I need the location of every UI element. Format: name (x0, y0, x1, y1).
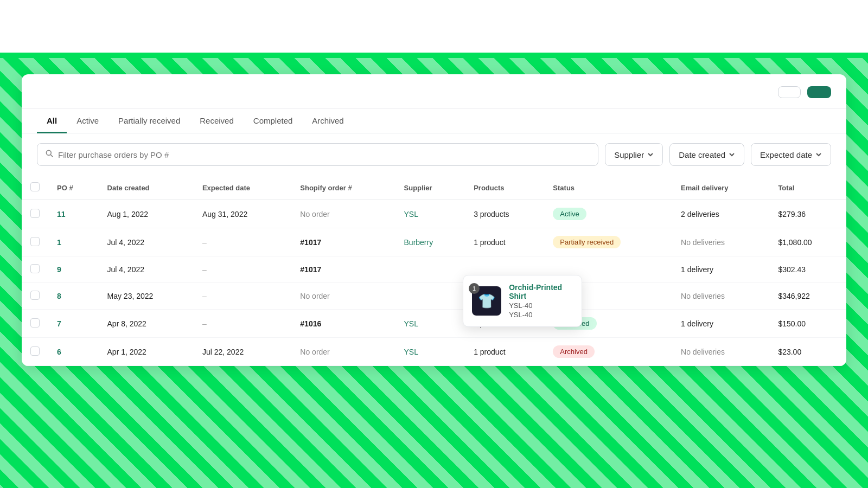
tab-partially-received[interactable]: Partially received (108, 108, 190, 133)
tooltip-sku1: YSL-40 (509, 301, 573, 310)
expected-date-filter-label: Expected date (760, 150, 812, 159)
status-badge: Archived (553, 345, 595, 358)
supplier-link[interactable]: Burberry (404, 238, 433, 247)
search-icon (45, 149, 54, 160)
table-row: 7Apr 8, 2022–#1016YSL1 productReceived1 … (22, 310, 846, 338)
main-card: All Active Partially received Received C… (22, 74, 846, 366)
shopify-order-cell: #1017 (291, 228, 395, 256)
tab-active[interactable]: Active (67, 108, 108, 133)
supplier-cell: YSL (395, 310, 465, 338)
status-cell: Partially received (544, 228, 672, 256)
col-po: PO # (48, 176, 99, 200)
col-date-created: Date created (99, 176, 194, 200)
col-expected-date: Expected date (194, 176, 291, 200)
row-checkbox[interactable] (30, 346, 40, 356)
total-cell: $1,080.00 (769, 228, 846, 256)
expected-date-cell: Jul 22, 2022 (194, 338, 291, 366)
supplier-link[interactable]: YSL (404, 210, 418, 219)
select-all-header (22, 176, 48, 200)
chevron-down-icon (729, 151, 735, 158)
table-row: 6Apr 1, 2022Jul 22, 2022No orderYSL1 pro… (22, 338, 846, 366)
products-cell: 1 product (465, 228, 544, 256)
expected-date-cell: – (194, 310, 291, 338)
supplier-cell (395, 283, 465, 310)
row-checkbox[interactable] (30, 318, 40, 328)
chevron-down-icon (647, 151, 654, 158)
search-input[interactable] (58, 150, 590, 159)
supplier-filter-button[interactable]: Supplier (605, 143, 663, 166)
total-cell: $150.00 (769, 310, 846, 338)
shopify-order-cell: No order (291, 200, 395, 228)
status-badge: Active (553, 208, 586, 220)
expected-date-filter-button[interactable]: Expected date (751, 143, 831, 166)
export-button[interactable] (778, 86, 801, 98)
total-cell: $23.00 (769, 338, 846, 366)
green-divider (0, 53, 868, 58)
hero-section (0, 0, 868, 53)
orders-table: PO # Date created Expected date Shopify … (22, 176, 846, 366)
svg-line-1 (50, 155, 53, 157)
supplier-link[interactable]: YSL (404, 319, 418, 328)
add-purchase-order-button[interactable] (807, 86, 831, 98)
col-status: Status (544, 176, 672, 200)
select-all-checkbox[interactable] (30, 182, 40, 191)
col-email-delivery: Email delivery (672, 176, 769, 200)
header-actions (778, 86, 831, 98)
supplier-filter-label: Supplier (614, 150, 644, 159)
expected-date-cell: – (194, 228, 291, 256)
date-created-cell: Apr 1, 2022 (99, 338, 194, 366)
po-link[interactable]: 8 (57, 292, 61, 300)
tab-received[interactable]: Received (190, 108, 244, 133)
status-cell: Archived (544, 338, 672, 366)
col-supplier: Supplier (395, 176, 465, 200)
row-checkbox[interactable] (30, 209, 40, 218)
total-cell: $302.43 (769, 256, 846, 283)
date-created-cell: Jul 4, 2022 (99, 228, 194, 256)
table-row: 8May 23, 2022–No orderNo deliveries$346,… (22, 283, 846, 310)
po-link[interactable]: 9 (57, 265, 61, 274)
date-created-filter-button[interactable]: Date created (669, 143, 744, 166)
stripe-background: All Active Partially received Received C… (0, 58, 868, 488)
po-link[interactable]: 1 (57, 238, 61, 247)
expected-date-cell: – (194, 256, 291, 283)
shopify-order-cell: No order (291, 283, 395, 310)
search-wrapper (37, 143, 598, 166)
status-badge: Partially received (553, 236, 621, 248)
tab-archived[interactable]: Archived (302, 108, 353, 133)
tab-all[interactable]: All (37, 108, 67, 133)
col-products: Products (465, 176, 544, 200)
date-created-cell: Apr 8, 2022 (99, 310, 194, 338)
supplier-cell: YSL (395, 200, 465, 228)
total-cell: $279.36 (769, 200, 846, 228)
po-link[interactable]: 7 (57, 319, 61, 328)
tab-completed[interactable]: Completed (244, 108, 303, 133)
email-delivery-cell: No deliveries (672, 228, 769, 256)
row-checkbox[interactable] (30, 264, 40, 273)
supplier-cell (395, 256, 465, 283)
po-link[interactable]: 11 (57, 210, 66, 219)
orders-table-wrapper: PO # Date created Expected date Shopify … (22, 176, 846, 366)
tooltip-sku2: YSL-40 (509, 311, 573, 319)
table-row: 9Jul 4, 2022–#1017 👕 1 Orchid-Printed Sh… (22, 256, 846, 283)
products-cell: 👕 1 Orchid-Printed Shirt YSL-40 YSL-40 (465, 256, 544, 283)
email-delivery-cell: 2 deliveries (672, 200, 769, 228)
status-cell: Active (544, 200, 672, 228)
col-total: Total (769, 176, 846, 200)
po-link[interactable]: 6 (57, 348, 61, 356)
row-checkbox[interactable] (30, 291, 40, 300)
card-header (22, 74, 846, 108)
date-created-cell: Jul 4, 2022 (99, 256, 194, 283)
shirt-icon: 👕 (478, 293, 495, 310)
total-cell: $346,922 (769, 283, 846, 310)
row-checkbox[interactable] (30, 237, 40, 246)
table-row: 1Jul 4, 2022–#1017Burberry1 productParti… (22, 228, 846, 256)
tooltip-product-name: Orchid-Printed Shirt (509, 283, 573, 300)
email-delivery-cell: No deliveries (672, 283, 769, 310)
email-delivery-cell: No deliveries (672, 338, 769, 366)
tabs-bar: All Active Partially received Received C… (22, 108, 846, 133)
expected-date-cell: – (194, 283, 291, 310)
supplier-link[interactable]: YSL (404, 348, 418, 356)
date-created-cell: May 23, 2022 (99, 283, 194, 310)
shopify-order-cell: #1017 (291, 256, 395, 283)
date-created-filter-label: Date created (679, 150, 725, 159)
